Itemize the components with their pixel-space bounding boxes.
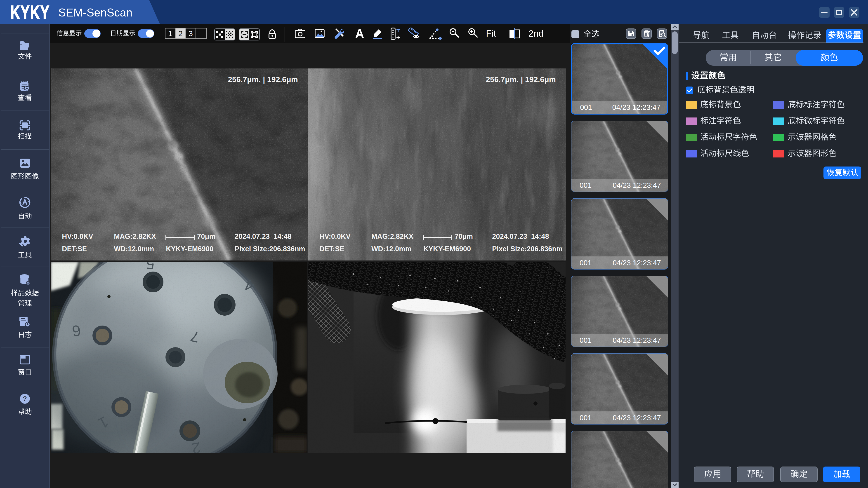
- svg-text:?: ?: [23, 395, 27, 402]
